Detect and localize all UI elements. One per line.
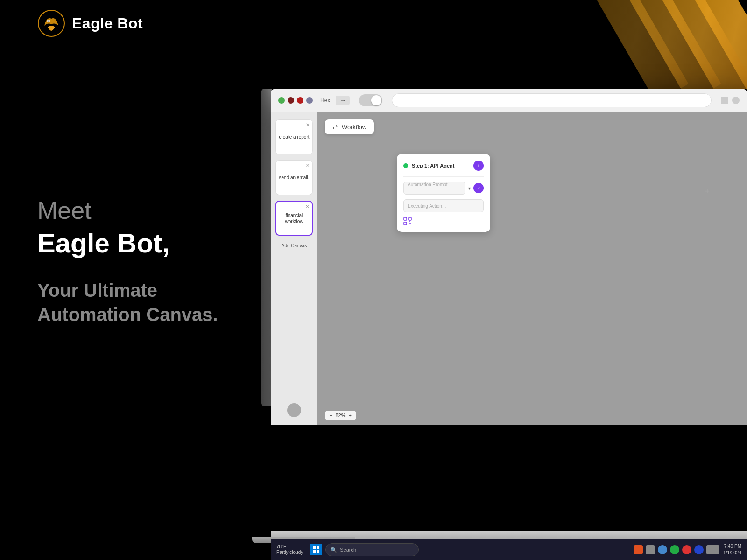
- svg-rect-8: [313, 546, 316, 549]
- svg-rect-4: [409, 217, 411, 220]
- arrow-button[interactable]: →: [336, 96, 350, 105]
- taskbar-system-icons: [634, 545, 719, 554]
- tagline-line2: Automation Canvas.: [37, 304, 218, 325]
- search-icon: 🔍: [331, 547, 337, 553]
- stripe-1: [684, 0, 747, 103]
- taskbar-icon-2[interactable]: [646, 545, 655, 554]
- workflow-tab[interactable]: ⇄ Workflow: [325, 119, 374, 134]
- card-title: Step 1: API Agent: [412, 163, 470, 168]
- taskbar-icon-6[interactable]: [694, 545, 704, 554]
- screen-container: Hex → ✕ create a report ✕ send an email.…: [271, 89, 747, 425]
- screen-body: ✕ create a report ✕ send an email. ✕ fin…: [271, 112, 747, 425]
- close-icon[interactable]: ✕: [306, 162, 310, 168]
- app-name: Eagle Bot: [72, 15, 143, 32]
- browser-topbar: Hex →: [271, 89, 747, 112]
- screen-bezel-left: [261, 89, 272, 406]
- card-action-button[interactable]: +: [473, 161, 484, 171]
- dot-green: [278, 97, 285, 104]
- check-button[interactable]: ✓: [473, 183, 484, 193]
- api-agent-card: Step 1: API Agent + Automation Prompt ▾ …: [397, 154, 490, 232]
- color-picker-dots: [278, 97, 313, 104]
- meet-label: Meet: [37, 196, 218, 225]
- canvas-area[interactable]: ⇄ Workflow Step 1: API Agent + Automatio…: [317, 112, 747, 425]
- stripe-2: [651, 0, 747, 103]
- executing-label: Executing Action...: [408, 203, 446, 209]
- taskbar-icon-1[interactable]: [634, 545, 643, 554]
- sidebar-card-create-report[interactable]: ✕ create a report: [275, 119, 313, 154]
- clock-time: 7:49 PM: [724, 544, 741, 549]
- zoom-control[interactable]: − 82% +: [325, 411, 356, 420]
- sidebar-card-financial-workflow[interactable]: ✕ financial workflow: [275, 201, 313, 236]
- executing-action-field: Executing Action...: [403, 199, 484, 212]
- dot-darkred: [288, 97, 294, 104]
- start-button[interactable]: [310, 544, 322, 555]
- windows-icon: [313, 546, 319, 553]
- dropdown-chevron[interactable]: ▾: [468, 186, 471, 191]
- zoom-minus[interactable]: −: [330, 413, 332, 418]
- tagline: Your Ultimate Automation Canvas.: [37, 278, 218, 327]
- automation-prompt-label: Automation Prompt: [408, 182, 448, 187]
- workflow-icon: ⇄: [332, 123, 338, 131]
- taskbar-weather: 78°F Partly cloudy: [276, 544, 303, 555]
- svg-rect-11: [317, 550, 319, 553]
- hex-label: Hex: [320, 97, 330, 104]
- close-icon[interactable]: ✕: [306, 122, 310, 128]
- sidebar-card-label: create a report: [279, 134, 309, 140]
- stripe-4: [586, 0, 688, 103]
- window-controls: [721, 97, 740, 104]
- search-label: Search: [340, 547, 356, 553]
- taskbar-icon-7[interactable]: [706, 545, 719, 554]
- dot-red: [297, 97, 303, 104]
- app-sidebar: ✕ create a report ✕ send an email. ✕ fin…: [271, 112, 317, 425]
- svg-point-2: [48, 21, 49, 22]
- clock-date: 1/1/2024: [723, 550, 741, 555]
- status-dot: [403, 163, 408, 168]
- svg-rect-9: [317, 546, 319, 549]
- window-minimize[interactable]: [721, 97, 728, 104]
- eagle-bot-logo-icon: [37, 9, 65, 37]
- zoom-plus[interactable]: +: [348, 413, 351, 418]
- taskbar-icon-4[interactable]: [670, 545, 679, 554]
- canvas-crosshair: +: [705, 187, 710, 196]
- taskbar: 78°F Partly cloudy 🔍 Search 7:49 PM 1/1/…: [271, 539, 747, 560]
- card-divider: [403, 176, 484, 177]
- dark-mode-toggle[interactable]: [359, 94, 382, 106]
- grid-icon: [403, 217, 412, 225]
- svg-rect-10: [313, 550, 316, 553]
- logo-area: Eagle Bot: [37, 9, 143, 37]
- card-header: Step 1: API Agent +: [403, 161, 484, 171]
- weather-temp: 78°F: [276, 544, 303, 550]
- zoom-level: 82%: [335, 413, 345, 418]
- hero-content: Meet Eagle Bot, Your Ultimate Automation…: [37, 196, 218, 327]
- automation-prompt-input[interactable]: Automation Prompt: [403, 182, 465, 195]
- taskbar-search[interactable]: 🔍 Search: [325, 543, 419, 556]
- sidebar-avatar: [287, 403, 301, 417]
- automation-prompt-row: Automation Prompt ▾ ✓: [403, 182, 484, 195]
- sidebar-card-send-email[interactable]: ✕ send an email.: [275, 160, 313, 195]
- workflow-label: Workflow: [342, 124, 366, 131]
- taskbar-icon-5[interactable]: [682, 545, 691, 554]
- taskbar-time: 7:49 PM 1/1/2024: [723, 543, 741, 556]
- sidebar-card-label: send an email.: [279, 175, 309, 181]
- window-maximize[interactable]: [732, 97, 740, 104]
- tagline-line1: Your Ultimate: [37, 280, 157, 301]
- svg-rect-5: [404, 222, 407, 225]
- dot-purple: [306, 97, 313, 104]
- browser-search-bar[interactable]: [392, 93, 712, 107]
- brand-name: Eagle Bot,: [37, 227, 218, 259]
- close-icon[interactable]: ✕: [305, 203, 309, 210]
- taskbar-icon-3[interactable]: [658, 545, 667, 554]
- svg-rect-3: [404, 217, 407, 220]
- sidebar-card-label: financial workflow: [279, 212, 309, 224]
- grid-icon-area[interactable]: [403, 217, 484, 225]
- stripe-3: [619, 0, 721, 103]
- weather-condition: Partly cloudy: [276, 550, 303, 555]
- add-canvas-button[interactable]: Add Canvas: [280, 241, 309, 250]
